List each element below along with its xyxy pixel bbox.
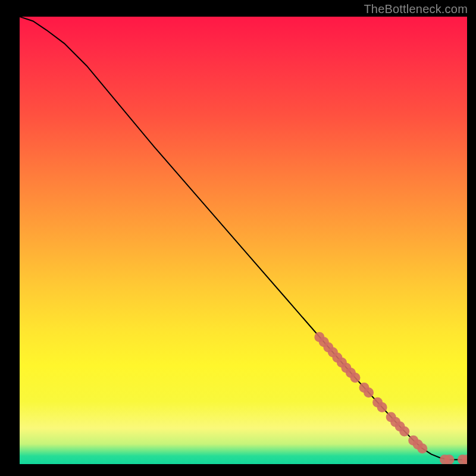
- chart-frame: TheBottleneck.com: [0, 0, 476, 476]
- data-point: [350, 372, 361, 383]
- watermark-text: TheBottleneck.com: [364, 2, 468, 16]
- data-point: [399, 427, 409, 437]
- data-point: [364, 387, 374, 397]
- data-points: [314, 332, 467, 464]
- curve-line: [20, 17, 467, 459]
- data-point: [417, 443, 427, 453]
- data-point: [377, 402, 387, 412]
- chart-svg: [20, 17, 467, 464]
